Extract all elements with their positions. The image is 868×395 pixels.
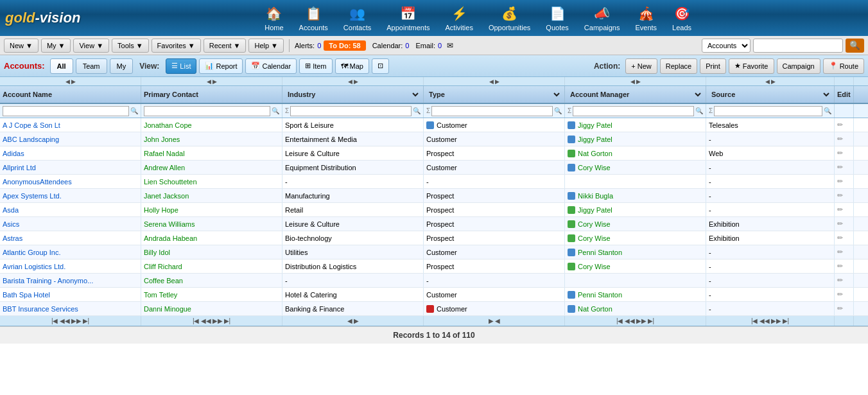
- account-name-link[interactable]: A J Cope & Son Lt: [3, 121, 60, 129]
- scroll-right-ind[interactable]: ▶: [354, 317, 359, 324]
- search-contact-icon[interactable]: 🔍: [272, 107, 279, 114]
- contact-name-link[interactable]: Rafael Nadal: [144, 150, 185, 157]
- email-count[interactable]: 0: [438, 42, 442, 49]
- account-name-link[interactable]: ABC Landscaping: [3, 136, 59, 143]
- edit-icon[interactable]: ✏: [837, 191, 843, 200]
- alerts-count[interactable]: 0: [317, 42, 321, 49]
- scroll-right-contact[interactable]: ▶: [213, 78, 217, 85]
- account-name-link[interactable]: Astras: [3, 234, 22, 242]
- account-name-link[interactable]: Asics: [3, 220, 19, 228]
- contact-name-link[interactable]: Lien Schoutteten: [144, 178, 197, 186]
- manager-link[interactable]: Cory Wise: [578, 220, 611, 228]
- contact-name-link[interactable]: Cliff Richard: [144, 263, 182, 270]
- nav-accounts[interactable]: 📋 Accounts: [291, 2, 336, 34]
- scroll-left-ind[interactable]: ◀: [347, 317, 352, 324]
- search-button[interactable]: 🔍: [846, 39, 864, 53]
- calendar-count[interactable]: 0: [405, 42, 409, 49]
- account-name-link[interactable]: AnonymousAttendees: [3, 178, 72, 186]
- manager-link[interactable]: Jiggy Patel: [578, 206, 612, 214]
- contact-name-link[interactable]: John Jones: [144, 136, 180, 143]
- search-name-icon[interactable]: 🔍: [130, 107, 138, 114]
- last-page-contact[interactable]: ▶|: [224, 317, 231, 324]
- search-source-icon[interactable]: 🔍: [824, 107, 831, 114]
- favorite-button[interactable]: ★ Favorite: [729, 58, 774, 74]
- nav-campaigns[interactable]: 📣 Campaigns: [577, 2, 628, 34]
- scroll-left-manager[interactable]: ◀: [630, 78, 635, 85]
- manager-link[interactable]: Nat Gorton: [578, 150, 612, 157]
- first-page-name[interactable]: |◀: [51, 317, 58, 324]
- account-name-link[interactable]: Barista Training - Anonymo...: [3, 277, 93, 285]
- prev-page-contact[interactable]: ◀◀: [201, 317, 211, 324]
- scroll-right-industry[interactable]: ▶: [354, 78, 358, 85]
- contact-name-link[interactable]: Coffee Bean: [144, 277, 183, 285]
- edit-icon[interactable]: ✏: [837, 304, 843, 313]
- nav-appointments[interactable]: 📅 Appointments: [379, 2, 437, 34]
- first-page-mgr[interactable]: |◀: [616, 317, 623, 324]
- scroll-left-ty[interactable]: ◀: [495, 317, 500, 324]
- last-page-name[interactable]: ▶|: [83, 317, 90, 324]
- scroll-right-ty[interactable]: ▶: [489, 317, 494, 324]
- nav-quotes[interactable]: 📄 Quotes: [538, 2, 576, 34]
- report-view-button[interactable]: 📊 Report: [199, 58, 243, 74]
- edit-icon[interactable]: ✏: [837, 262, 843, 270]
- filter-name-input[interactable]: [3, 106, 129, 116]
- first-page-src[interactable]: |◀: [751, 317, 758, 324]
- next-page-mgr[interactable]: ▶▶: [636, 317, 647, 324]
- scroll-right-source[interactable]: ▶: [771, 78, 776, 85]
- account-name-link[interactable]: Atlantic Group Inc.: [3, 249, 61, 256]
- account-name-link[interactable]: BBT Insurance Services: [3, 305, 78, 313]
- nav-home[interactable]: 🏠 Home: [257, 2, 291, 34]
- print-button[interactable]: Print: [700, 58, 726, 74]
- account-name-link[interactable]: Allprint Ltd: [3, 164, 36, 171]
- scroll-left-industry[interactable]: ◀: [348, 78, 352, 85]
- edit-icon[interactable]: ✏: [837, 177, 843, 186]
- type-dropdown[interactable]: Type: [426, 90, 562, 99]
- item-view-button[interactable]: ⊞ Item: [299, 58, 332, 74]
- all-tab[interactable]: All: [50, 58, 73, 74]
- search-industry-icon[interactable]: 🔍: [413, 107, 421, 114]
- my-tab[interactable]: My: [110, 58, 134, 74]
- contact-name-link[interactable]: Jonathan Cope: [144, 121, 192, 129]
- edit-icon[interactable]: ✏: [837, 163, 843, 171]
- manager-dropdown[interactable]: Account Manager: [568, 90, 703, 99]
- contact-name-link[interactable]: Holly Hope: [144, 206, 178, 214]
- manager-link[interactable]: Cory Wise: [578, 263, 611, 270]
- favorites-button[interactable]: Favorites ▼: [152, 39, 201, 53]
- scroll-right-name[interactable]: ▶: [71, 78, 76, 85]
- contact-name-link[interactable]: Serena Williams: [144, 220, 195, 228]
- nav-leads[interactable]: 🎯 Leads: [664, 2, 699, 34]
- manager-link[interactable]: Cory Wise: [578, 164, 611, 171]
- scroll-left-type[interactable]: ◀: [489, 78, 494, 85]
- search-type-icon[interactable]: 🔍: [554, 107, 562, 114]
- manager-link[interactable]: Nat Gorton: [578, 305, 612, 313]
- help-button[interactable]: Help ▼: [248, 39, 284, 53]
- edit-icon[interactable]: ✏: [837, 290, 843, 299]
- prev-page-name[interactable]: ◀◀: [60, 317, 70, 324]
- next-page-name[interactable]: ▶▶: [71, 317, 82, 324]
- map-view-button[interactable]: 🗺 Map: [335, 58, 369, 74]
- manager-link[interactable]: Nikki Bugla: [578, 192, 613, 200]
- account-name-link[interactable]: Apex Systems Ltd.: [3, 192, 62, 200]
- edit-icon[interactable]: ✏: [837, 121, 843, 129]
- route-button[interactable]: 📍 Route: [823, 58, 864, 74]
- recent-button[interactable]: Recent ▼: [204, 39, 247, 53]
- manager-link[interactable]: Jiggy Patel: [578, 121, 612, 129]
- manager-link[interactable]: Penni Stanton: [578, 249, 622, 256]
- scroll-left-source[interactable]: ◀: [765, 78, 770, 85]
- todo-button[interactable]: To Do: 58: [324, 40, 365, 51]
- account-name-link[interactable]: Bath Spa Hotel: [3, 291, 50, 299]
- scroll-right-manager[interactable]: ▶: [636, 78, 641, 85]
- last-page-src[interactable]: ▶|: [783, 317, 790, 324]
- contact-name-link[interactable]: Tom Tetley: [144, 291, 177, 299]
- account-name-link[interactable]: Asda: [3, 206, 19, 214]
- nav-activities[interactable]: ⚡ Activities: [438, 2, 481, 34]
- manager-link[interactable]: Cory Wise: [578, 234, 611, 242]
- filter-manager-input[interactable]: [573, 106, 694, 116]
- contact-name-link[interactable]: Danni Minogue: [144, 305, 191, 313]
- filter-type-input[interactable]: [431, 106, 553, 116]
- scroll-left-name[interactable]: ◀: [65, 78, 70, 85]
- account-name-link[interactable]: Avrian Logistics Ltd.: [3, 263, 65, 270]
- edit-icon[interactable]: ✏: [837, 149, 843, 157]
- scroll-right-type[interactable]: ▶: [495, 78, 499, 85]
- edit-icon[interactable]: ✏: [837, 234, 843, 242]
